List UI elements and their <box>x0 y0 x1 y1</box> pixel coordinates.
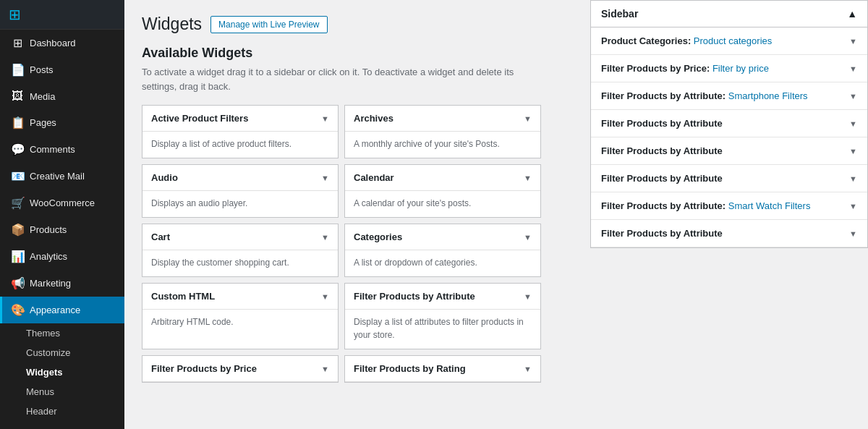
widget-card-header-cart[interactable]: Cart▼ <box>142 224 338 250</box>
sidebar-widget-filter-attr-2[interactable]: Filter Products by Attribute▼ <box>591 137 867 165</box>
widget-dropdown-icon-filter-products-rating: ▼ <box>524 365 532 373</box>
sidebar-panel-header: Sidebar ▲ <box>591 1 867 27</box>
sidebar-widget-product-categories[interactable]: Product Categories: Product categories▼ <box>591 27 867 55</box>
widget-card-header-calendar[interactable]: Calendar▼ <box>345 165 540 191</box>
widget-title-archives: Archives <box>354 113 393 124</box>
sidebar-widget-filter-attr-4[interactable]: Filter Products by Attribute▼ <box>591 220 867 247</box>
sidebar-item-label: WooCommerce <box>30 197 95 208</box>
sidebar-subitem-customize[interactable]: Customize <box>0 343 124 362</box>
main-content: Widgets Manage with Live Preview Availab… <box>124 0 579 429</box>
widget-desc-active-product-filters: Display a list of active product filters… <box>142 132 338 158</box>
widget-card-cart: Cart▼Display the customer shopping cart. <box>142 224 339 277</box>
sidebar-item-label: Creative Mail <box>30 171 85 182</box>
sidebar-widget-sublabel: Smart Watch Filters <box>728 200 811 211</box>
sidebar-panel-collapse-icon[interactable]: ▲ <box>847 8 857 20</box>
sidebar-subitem-themes[interactable]: Themes <box>0 323 124 343</box>
sidebar-widget-sublabel: Filter by price <box>712 63 769 74</box>
widget-title-active-product-filters: Active Product Filters <box>151 113 248 124</box>
widget-card-header-archives[interactable]: Archives▼ <box>345 106 540 132</box>
sidebar-item-dashboard[interactable]: ⊞Dashboard <box>0 30 124 56</box>
pages-icon: 📋 <box>11 116 24 129</box>
widget-desc-cart: Display the customer shopping cart. <box>142 250 338 276</box>
marketing-icon: 📢 <box>11 276 24 290</box>
widget-card-header-categories[interactable]: Categories▼ <box>345 224 540 250</box>
widget-card-filter-products-rating: Filter Products by Rating▼ <box>344 355 541 383</box>
widget-card-header-filter-products-attribute[interactable]: Filter Products by Attribute▼ <box>345 284 540 310</box>
sidebar-widget-arrow: ▼ <box>849 174 857 183</box>
sidebar-widget-filter-attr-3[interactable]: Filter Products by Attribute▼ <box>591 165 867 192</box>
widget-card-header-audio[interactable]: Audio▼ <box>142 165 338 191</box>
creative-mail-icon: 📧 <box>11 169 24 183</box>
sidebar-widget-label: Filter Products by Attribute <box>601 228 723 239</box>
manage-preview-button[interactable]: Manage with Live Preview <box>210 16 327 33</box>
widget-card-categories: Categories▼A list or dropdown of categor… <box>344 224 541 277</box>
widget-card-header-filter-products-price[interactable]: Filter Products by Price▼ <box>142 356 338 382</box>
sidebar-item-label: Media <box>30 91 55 102</box>
available-widgets-desc: To activate a widget drag it to a sideba… <box>142 65 532 93</box>
widget-card-filter-products-price: Filter Products by Price▼ <box>142 355 339 383</box>
sidebar-item-label: Analytics <box>30 251 67 262</box>
widget-card-header-filter-products-rating[interactable]: Filter Products by Rating▼ <box>345 356 540 382</box>
sidebar-widget-label: Filter Products by Attribute <box>601 173 723 184</box>
sidebar-item-posts[interactable]: 📄Posts <box>0 56 124 83</box>
sidebar-item-products[interactable]: 📦Products <box>0 216 124 243</box>
widget-dropdown-icon-filter-products-price: ▼ <box>321 365 329 373</box>
sidebar-subitem-widgets[interactable]: Widgets <box>0 362 124 382</box>
sidebar-widget-filter-by-price[interactable]: Filter Products by Price: Filter by pric… <box>591 55 867 82</box>
woocommerce-icon: 🛒 <box>11 196 24 210</box>
widget-desc-audio: Displays an audio player. <box>142 191 338 217</box>
sidebar-widget-label: Filter Products by Attribute: Smart Watc… <box>601 200 810 211</box>
products-icon: 📦 <box>11 223 24 237</box>
sidebar-widget-filter-attr-smartphone[interactable]: Filter Products by Attribute: Smartphone… <box>591 82 867 110</box>
widget-card-header-active-product-filters[interactable]: Active Product Filters▼ <box>142 106 338 132</box>
sidebar-item-media[interactable]: 🖼Media <box>0 83 124 109</box>
widget-title-filter-products-attribute: Filter Products by Attribute <box>354 291 475 302</box>
widget-desc-filter-products-attribute: Display a list of attributes to filter p… <box>345 310 540 349</box>
sidebar-item-pages[interactable]: 📋Pages <box>0 109 124 136</box>
sidebar-item-woocommerce[interactable]: 🛒WooCommerce <box>0 190 124 216</box>
widget-desc-categories: A list or dropdown of categories. <box>345 250 540 276</box>
widget-card-custom-html: Custom HTML▼Arbitrary HTML code. <box>142 283 339 349</box>
sidebar-items-list: Product Categories: Product categories▼F… <box>591 27 867 247</box>
sidebar-widget-label: Filter Products by Attribute: Smartphone… <box>601 90 808 101</box>
widget-desc-calendar: A calendar of your site's posts. <box>345 191 540 217</box>
sidebar-widget-arrow: ▼ <box>849 147 857 156</box>
sidebar-widget-label: Filter Products by Attribute <box>601 118 723 129</box>
widget-title-filter-products-rating: Filter Products by Rating <box>354 363 466 374</box>
sidebar-subitem-menus[interactable]: Menus <box>0 382 124 402</box>
sidebar-widget-label: Filter Products by Attribute <box>601 145 723 156</box>
sidebar-widget-arrow: ▼ <box>849 119 857 128</box>
widget-card-filter-products-attribute: Filter Products by Attribute▼Display a l… <box>344 283 541 349</box>
sidebar-widget-filter-attr-smartwatch[interactable]: Filter Products by Attribute: Smart Watc… <box>591 192 867 220</box>
sidebar-item-label: Products <box>30 224 67 235</box>
widget-desc-custom-html: Arbitrary HTML code. <box>142 310 338 336</box>
sidebar-widget-arrow: ▼ <box>849 37 857 46</box>
appearance-icon: 🎨 <box>11 303 24 317</box>
sidebar-panel: Sidebar ▲ Product Categories: Product ca… <box>590 0 868 248</box>
sidebar-item-marketing[interactable]: 📢Marketing <box>0 270 124 297</box>
widget-card-calendar: Calendar▼A calendar of your site's posts… <box>344 164 541 218</box>
widget-title-filter-products-price: Filter Products by Price <box>151 363 257 374</box>
widget-dropdown-icon-calendar: ▼ <box>524 174 532 182</box>
sidebar-item-creative-mail[interactable]: 📧Creative Mail <box>0 163 124 190</box>
right-sidebar-panel: Sidebar ▲ Product Categories: Product ca… <box>579 0 868 429</box>
sidebar-item-comments[interactable]: 💬Comments <box>0 136 124 163</box>
sidebar-widget-label: Filter Products by Price: Filter by pric… <box>601 63 769 74</box>
widget-dropdown-icon-audio: ▼ <box>321 174 329 182</box>
sidebar-widget-arrow: ▼ <box>849 92 857 101</box>
page-title: Widgets <box>142 14 202 34</box>
sidebar-item-label: Dashboard <box>30 38 76 48</box>
sidebar-widget-filter-attr-1[interactable]: Filter Products by Attribute▼ <box>591 110 867 137</box>
analytics-icon: 📊 <box>11 250 24 263</box>
page-header: Widgets Manage with Live Preview <box>142 14 561 34</box>
widget-card-archives: Archives▼A monthly archive of your site'… <box>344 105 541 158</box>
sidebar-subitem-header[interactable]: Header <box>0 402 124 421</box>
sidebar-item-appearance[interactable]: 🎨Appearance <box>0 297 124 323</box>
widget-card-header-custom-html[interactable]: Custom HTML▼ <box>142 284 338 310</box>
sidebar-item-analytics[interactable]: 📊Analytics <box>0 243 124 270</box>
sidebar-item-label: Comments <box>30 144 75 155</box>
sidebar-widget-arrow: ▼ <box>849 64 857 73</box>
sidebar-widget-arrow: ▼ <box>849 229 857 238</box>
sidebar-widget-arrow: ▼ <box>849 202 857 211</box>
available-widgets-title: Available Widgets <box>142 46 561 61</box>
